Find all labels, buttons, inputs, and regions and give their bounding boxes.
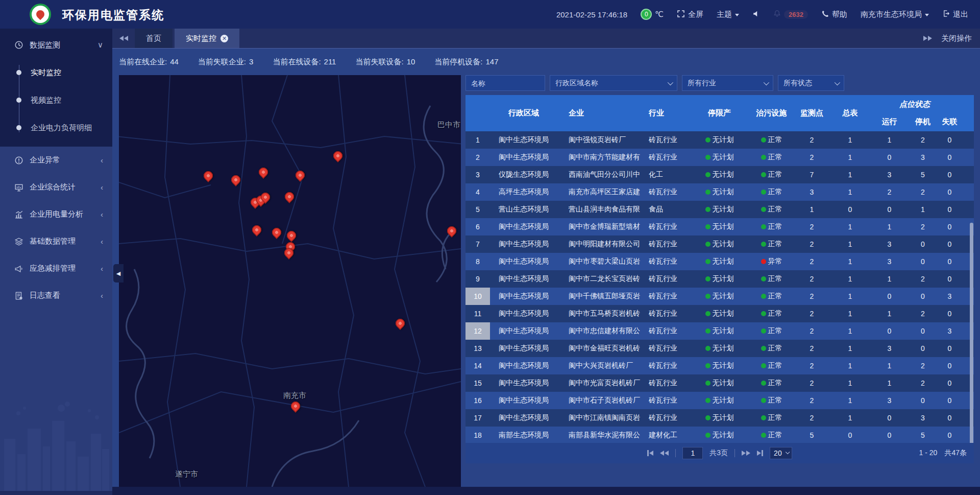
sidebar-subitem-视频监控[interactable]: 视频监控	[0, 86, 112, 114]
cell-running: 1	[869, 362, 910, 370]
cell-monitor-points: 2	[793, 310, 831, 318]
sidebar-item-数据监测[interactable]: 数据监测∨	[0, 31, 112, 59]
row-index: 5	[465, 201, 490, 218]
sidebar-item-label: 企业用电量分析	[30, 209, 101, 219]
cell-industry: 化工	[644, 170, 689, 179]
cell-monitor-points: 1	[793, 205, 831, 214]
table-row[interactable]: 18南部生态环境局南部县新华水泥有限公建材化工无计划正常50050	[465, 427, 974, 443]
temperature-unit: ℃	[655, 10, 664, 19]
table-row[interactable]: 17阆中生态环境局阆中市江南镇阆南页岩砖瓦行业无计划正常21030	[465, 409, 974, 427]
stat-value: 147	[486, 57, 499, 67]
table-row[interactable]: 16阆中生态环境局阆中市石子页岩机砖厂砖瓦行业无计划正常21300	[465, 392, 974, 409]
cell-running: 0	[869, 327, 910, 335]
user-menu[interactable]: 南充市生态环境局	[854, 10, 936, 19]
page-number-input[interactable]	[682, 447, 703, 459]
page-size-select[interactable]: 20	[770, 447, 792, 459]
panel-collapse-button[interactable]: ◀	[113, 264, 124, 282]
cell-running: 0	[869, 431, 910, 439]
chevron-down-icon	[925, 14, 929, 16]
table-row[interactable]: 14阆中生态环境局阆中大兴页岩机砖厂砖瓦行业无计划正常21120	[465, 357, 974, 374]
cell-stop-limit: 无计划	[689, 274, 750, 284]
table-row[interactable]: 11阆中生态环境局阆中市五马桥页岩机砖砖瓦行业无计划正常21120	[465, 305, 974, 322]
sidebar-item-应急减排管理[interactable]: 应急减排管理‹	[0, 255, 112, 282]
name-search-input[interactable]	[465, 75, 545, 91]
sidebar-item-基础数据管理[interactable]: 基础数据管理‹	[0, 228, 112, 255]
table-row[interactable]: 10阆中生态环境局阆中千佛镇五郎垭页岩砖瓦行业无计划正常21003	[465, 288, 974, 305]
cell-disconnected: 0	[936, 396, 963, 405]
cell-region: 阆中生态环境局	[490, 361, 557, 370]
table-row[interactable]: 2阆中生态环境局阆中市南方节能建材有砖瓦行业无计划正常21030	[465, 149, 974, 166]
map-panel[interactable]: 巴中市南充市遂宁市	[119, 75, 461, 487]
sidebar-subitem-企业电力负荷明细[interactable]: 企业电力负荷明细	[0, 114, 112, 142]
status-select[interactable]: 所有状态	[778, 75, 844, 91]
cell-industry: 砖瓦行业	[644, 361, 689, 370]
table-row[interactable]: 5营山生态环境局营山县润丰肉食品有限食品无计划正常10010	[465, 201, 974, 218]
industry-select[interactable]: 所有行业	[682, 75, 773, 91]
help-button[interactable]: 帮助	[815, 10, 854, 19]
status-dot-icon	[705, 381, 710, 386]
region-select[interactable]: 行政区域名称	[550, 75, 677, 91]
cell-treatment: 正常	[750, 274, 793, 284]
status-dot-icon	[761, 242, 766, 247]
tabs-scroll-left-button[interactable]	[112, 29, 135, 48]
tabs-scroll-right-button[interactable]	[923, 36, 932, 41]
cell-halted: 2	[910, 310, 936, 318]
logout-button[interactable]: 退出	[936, 10, 975, 19]
status-dot-icon	[705, 259, 710, 264]
table-row[interactable]: 3仪陇生态环境局西南油气田分公司川中化工无计划正常71350	[465, 166, 974, 183]
sidebar-item-企业综合统计[interactable]: 企业综合统计‹	[0, 174, 112, 201]
cell-company: 阆中市五马桥页岩机砖	[557, 309, 644, 318]
cell-halted: 1	[910, 205, 936, 214]
tab-close-icon[interactable]: ✕	[220, 35, 228, 42]
table-row[interactable]: 1阆中生态环境局阆中强锐页岩砖厂砖瓦行业无计划正常21120	[465, 131, 974, 149]
cell-disconnected: 0	[936, 240, 963, 248]
cell-halted: 2	[910, 223, 936, 231]
table-row[interactable]: 7阆中生态环境局阆中明阳建材有限公司砖瓦行业无计划正常21300	[465, 235, 974, 253]
cell-region: 阆中生态环境局	[490, 240, 557, 249]
fullscreen-button[interactable]: 全屏	[670, 10, 710, 19]
tab-首页[interactable]: 首页	[135, 29, 173, 48]
table-row[interactable]: 9阆中生态环境局阆中市二龙长宝页岩砖砖瓦行业无计划正常21120	[465, 270, 974, 288]
first-page-button[interactable]	[647, 450, 653, 456]
table-row[interactable]: 13阆中生态环境局阆中市金福旺页岩机砖砖瓦行业无计划正常21300	[465, 340, 974, 357]
row-index: 8	[465, 253, 490, 270]
sidebar-item-企业异常[interactable]: 企业异常‹	[0, 147, 112, 174]
table-row[interactable]: 12阆中生态环境局阆中市忠信建材有限公砖瓦行业无计划正常21003	[465, 322, 974, 340]
cell-company: 阆中市南方节能建材有	[557, 153, 644, 162]
cell-running: 1	[869, 275, 910, 283]
sidebar-item-label: 企业综合统计	[30, 182, 101, 192]
cell-stop-limit: 无计划	[689, 379, 750, 388]
cell-industry: 食品	[644, 205, 689, 214]
table-row[interactable]: 8阆中生态环境局阆中市枣碧大梁山页岩砖瓦行业无计划异常21300	[465, 253, 974, 270]
cell-stop-limit: 无计划	[689, 135, 750, 145]
scrollbar-thumb[interactable]	[970, 223, 973, 459]
row-index: 7	[465, 235, 490, 253]
sidebar-subitem-实时监控[interactable]: 实时监控	[0, 59, 112, 86]
col-halted: 停机	[910, 117, 936, 127]
tab-bar: 首页实时监控✕ 关闭操作	[112, 29, 980, 49]
filter-bar: 行政区域名称 所有行业 所有状态	[465, 75, 974, 91]
stat-item: 当前在线企业:44	[119, 57, 179, 67]
previous-page-button[interactable]	[660, 451, 669, 456]
theme-menu[interactable]: 主题	[710, 10, 746, 19]
status-dot-icon	[705, 190, 710, 195]
table-row[interactable]: 15阆中生态环境局阆中市光富页岩机砖厂砖瓦行业无计划正常21120	[465, 374, 974, 392]
table-row[interactable]: 6阆中生态环境局阆中市金博瑞新型墙材砖瓦行业无计划正常21120	[465, 218, 974, 235]
cell-halted: 2	[910, 136, 936, 144]
cell-total-meter: 1	[831, 292, 869, 300]
bell-icon	[773, 10, 781, 19]
cell-monitor-points: 2	[793, 136, 831, 144]
sidebar-subitem-label: 企业电力负荷明细	[31, 123, 92, 133]
last-page-button[interactable]	[757, 450, 763, 456]
status-dot-icon	[761, 259, 766, 264]
sidebar-item-日志查看[interactable]: 日志查看‹	[0, 282, 112, 309]
tab-实时监控[interactable]: 实时监控✕	[175, 29, 239, 48]
notifications-button[interactable]: 2632	[767, 10, 815, 19]
sidebar-item-企业用电量分析[interactable]: 企业用电量分析‹	[0, 201, 112, 228]
next-page-button[interactable]	[742, 451, 750, 456]
table-row[interactable]: 4高坪生态环境局南充市高坪区王家店建砖瓦行业无计划正常31220	[465, 183, 974, 201]
status-dot-icon	[705, 398, 710, 403]
sound-button[interactable]	[746, 10, 767, 19]
cell-total-meter: 1	[831, 136, 869, 144]
close-operations-button[interactable]: 关闭操作	[941, 34, 972, 43]
